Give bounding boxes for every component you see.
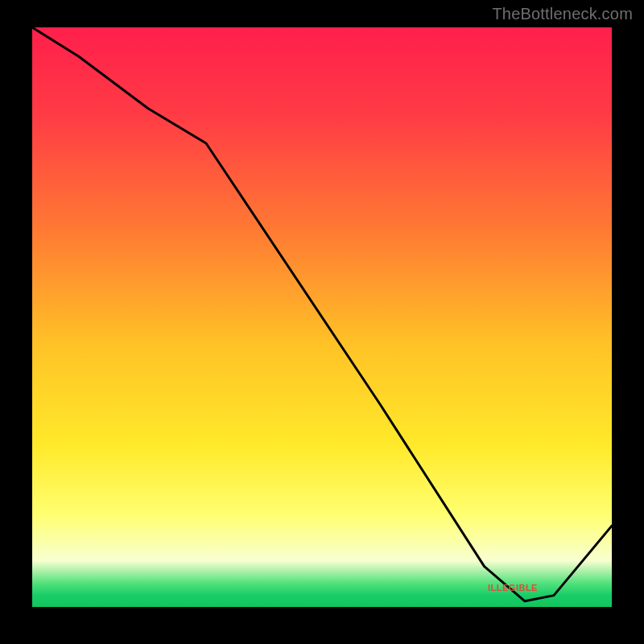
bottleneck-curve [32,27,612,607]
chart-frame: TheBottleneck.com ILLEGIBLE [0,0,644,644]
plot-area: ILLEGIBLE [32,27,612,607]
minimum-annotation: ILLEGIBLE [488,583,538,592]
watermark-text: TheBottleneck.com [492,5,633,23]
